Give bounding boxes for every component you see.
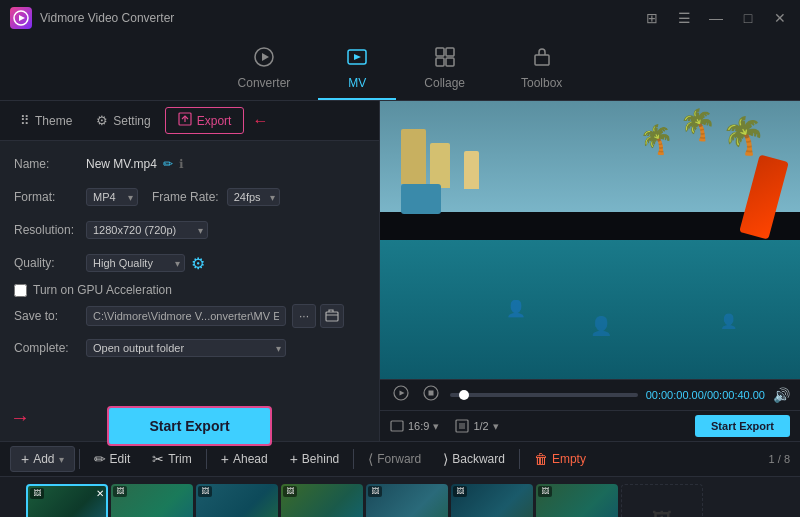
timeline-items: 🖼 ✕ 00:00 ▶ ✂ ℹ 🖼 🖼 <box>26 484 774 517</box>
page-chevron[interactable]: ▾ <box>493 420 499 433</box>
tab-converter[interactable]: Converter <box>210 40 319 100</box>
svg-rect-5 <box>436 48 444 56</box>
tab-export[interactable]: Export <box>165 107 245 134</box>
progress-dot <box>459 390 469 400</box>
palm-tree-right: 🌴 <box>721 115 766 157</box>
quality-settings-icon[interactable]: ⚙ <box>191 254 205 273</box>
complete-label: Complete: <box>14 341 86 355</box>
start-export-button[interactable]: Start Export <box>107 406 271 446</box>
image-icon-7: 🖼 <box>538 486 552 497</box>
svg-marker-3 <box>262 53 269 61</box>
quality-select[interactable]: High Quality Normal Quality <box>86 254 185 272</box>
volume-icon[interactable]: 🔊 <box>773 387 790 403</box>
frame-rate-select-wrapper[interactable]: 24fps 30fps 60fps <box>227 188 280 206</box>
save-path-buttons: ··· <box>292 304 344 328</box>
ratio-icon <box>390 419 404 433</box>
app-title: Vidmore Video Converter <box>40 11 174 25</box>
save-path-input[interactable] <box>86 306 286 326</box>
timeline-next[interactable]: › <box>778 510 794 518</box>
converter-icon <box>253 46 275 73</box>
save-to-row: Save to: ··· <box>14 304 365 328</box>
export-label: Export <box>197 114 232 128</box>
time-total: 00:00:40.00 <box>707 389 765 401</box>
tab-collage[interactable]: Collage <box>396 40 493 100</box>
scene-background: 🌴 🌴 🌴 👤 👤 👤 <box>380 101 800 379</box>
progress-bar[interactable] <box>450 393 638 397</box>
video-controls: 00:00:00.00/00:00:40.00 🔊 <box>380 379 800 410</box>
info-icon[interactable]: ℹ <box>179 157 184 171</box>
play-btn[interactable] <box>390 385 412 405</box>
frame-rate-select[interactable]: 24fps 30fps 60fps <box>227 188 280 206</box>
complete-select[interactable]: Open output folder Do nothing <box>86 339 286 357</box>
close-icon[interactable]: ✕ <box>770 10 790 26</box>
svg-rect-9 <box>535 55 549 65</box>
titlebar: Vidmore Video Converter ⊞ ☰ — □ ✕ <box>0 0 800 36</box>
browse-btn[interactable]: ··· <box>292 304 316 328</box>
titlebar-left: Vidmore Video Converter <box>10 7 174 29</box>
timeline-item-6[interactable]: 🖼 <box>451 484 533 517</box>
right-panel: 🌴 🌴 🌴 👤 👤 👤 <box>380 101 800 441</box>
titlebar-controls[interactable]: ⊞ ☰ — □ ✕ <box>642 10 790 26</box>
svg-rect-6 <box>446 48 454 56</box>
open-folder-btn[interactable] <box>320 304 344 328</box>
edit-icon[interactable]: ✏ <box>163 157 173 171</box>
quality-row: Quality: High Quality Normal Quality ⚙ <box>14 250 365 276</box>
timeline-placeholder: 🖼 <box>621 484 703 517</box>
page-value: 1/2 <box>473 420 488 432</box>
name-label: Name: <box>14 157 86 171</box>
timeline-item-1[interactable]: 🖼 ✕ 00:00 ▶ ✂ ℹ <box>26 484 108 517</box>
tab-mv[interactable]: MV <box>318 40 396 100</box>
close-btn-1[interactable]: ✕ <box>96 488 104 499</box>
name-text: New MV.mp4 <box>86 157 157 171</box>
tab-converter-label: Converter <box>238 76 291 90</box>
complete-select-wrapper[interactable]: Open output folder Do nothing <box>86 339 286 357</box>
resolution-select-wrapper[interactable]: 1280x720 (720p) 1920x1080 (1080p) <box>86 221 208 239</box>
building-2 <box>430 143 450 188</box>
maximize-icon[interactable]: □ <box>738 10 758 26</box>
save-label: Save to: <box>14 309 86 323</box>
menu-icon[interactable]: ☰ <box>674 10 694 26</box>
format-select-wrapper[interactable]: MP4 MOV AVI <box>86 188 138 206</box>
frame-rate-label: Frame Rate: <box>152 190 219 204</box>
tab-mv-label: MV <box>348 76 366 90</box>
timeline-item-4[interactable]: 🖼 <box>281 484 363 517</box>
resolution-select[interactable]: 1280x720 (720p) 1920x1080 (1080p) <box>86 221 208 239</box>
timeline-prev[interactable]: ‹ <box>6 510 22 518</box>
main-content: ⠿ Theme ⚙ Setting Export ← <box>0 101 800 441</box>
empty-button[interactable]: 🗑 Empty <box>524 447 596 471</box>
quality-select-wrapper[interactable]: High Quality Normal Quality <box>86 254 185 272</box>
gpu-checkbox[interactable] <box>14 284 27 297</box>
app-icon <box>10 7 32 29</box>
time-display: 00:00:00.00/00:00:40.00 <box>646 389 765 401</box>
export-form: Name: New MV.mp4 ✏ ℹ Format: MP4 MOV AVI <box>0 141 379 378</box>
tab-toolbox[interactable]: Toolbox <box>493 40 590 100</box>
resolution-label: Resolution: <box>14 223 86 237</box>
grid-icon[interactable]: ⊞ <box>642 10 662 26</box>
timeline-icons-7: 🖼 <box>538 486 552 497</box>
page-selector: 1/2 ▾ <box>455 419 498 433</box>
theme-label: Theme <box>35 114 72 128</box>
minimize-icon[interactable]: — <box>706 10 726 26</box>
timeline-item-2[interactable]: 🖼 <box>111 484 193 517</box>
complete-row: Complete: Open output folder Do nothing <box>14 335 365 361</box>
image-icon-2: 🖼 <box>113 486 127 497</box>
image-icon-3: 🖼 <box>198 486 212 497</box>
tab-theme[interactable]: ⠿ Theme <box>10 109 82 132</box>
pool-structure <box>401 184 441 214</box>
svg-rect-7 <box>436 58 444 66</box>
ratio-chevron[interactable]: ▾ <box>433 420 439 433</box>
svg-rect-16 <box>429 391 434 396</box>
tab-setting[interactable]: ⚙ Setting <box>86 109 160 132</box>
timeline-item-5[interactable]: 🖼 <box>366 484 448 517</box>
backward-label: Backward <box>452 452 505 466</box>
stop-btn[interactable] <box>420 385 442 405</box>
timeline-item-7[interactable]: 🖼 <box>536 484 618 517</box>
ratio-value: 16:9 <box>408 420 429 432</box>
backward-button[interactable]: ⟩ Backward <box>433 447 515 471</box>
start-export-small-button[interactable]: Start Export <box>695 415 790 437</box>
placeholder-icon: 🖼 <box>652 509 672 518</box>
pool-water <box>380 240 800 379</box>
person-1: 👤 <box>506 299 526 318</box>
format-select[interactable]: MP4 MOV AVI <box>86 188 138 206</box>
timeline-item-3[interactable]: 🖼 <box>196 484 278 517</box>
